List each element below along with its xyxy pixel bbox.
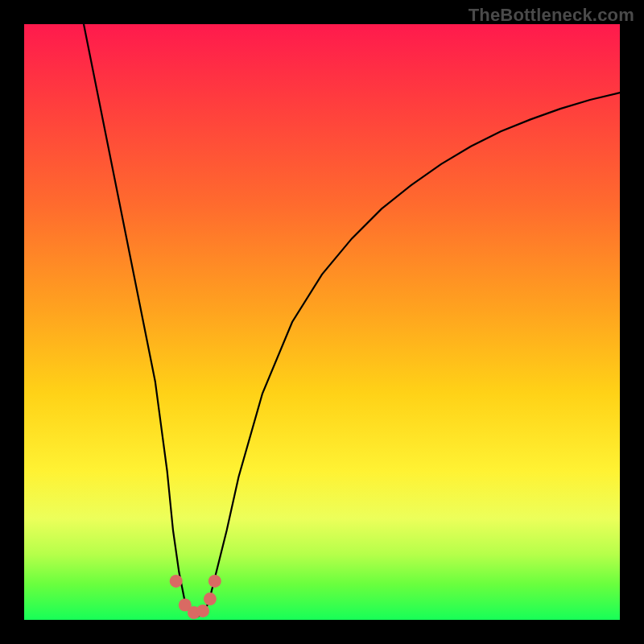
bottleneck-curve <box>84 24 620 617</box>
plot-area <box>24 24 620 620</box>
chart-frame: TheBottleneck.com <box>0 0 644 644</box>
curve-svg <box>24 24 620 620</box>
marker-dot <box>196 605 209 617</box>
marker-cluster <box>170 575 221 619</box>
marker-dot <box>208 575 221 588</box>
marker-dot <box>170 575 183 588</box>
marker-dot <box>204 592 217 605</box>
watermark-text: TheBottleneck.com <box>469 5 634 26</box>
